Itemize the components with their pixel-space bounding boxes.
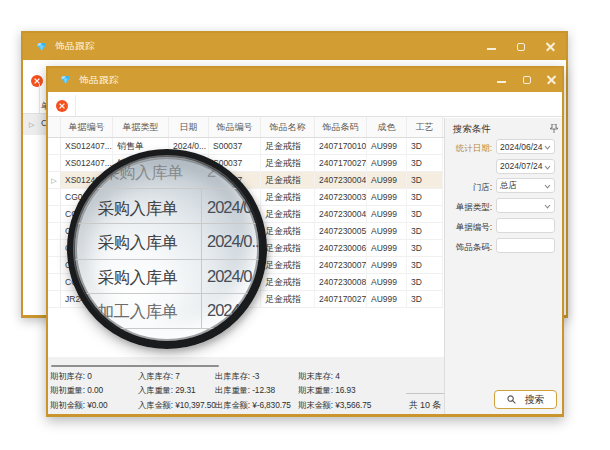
magnified-grid-line [75,188,259,189]
magnified-doc-type: 采购入库单 [98,232,178,254]
grid-header-cell[interactable]: 单据类型 [113,117,169,137]
magnified-doc-type: 采购入库单 [103,162,183,184]
horizontal-scrollbar-thumb[interactable] [51,365,219,368]
grid-cell-barcode: 2407230005 [315,223,367,240]
magnified-grid-line [75,259,259,260]
close-icon [59,103,65,109]
grid-cell-purity: AU999 [367,138,407,155]
grid-cell-barcode: 2407230007 [315,257,367,274]
grid-cell-barcode: 2407230004 [315,172,367,189]
inner-close-button[interactable] [539,68,564,92]
outer-row-expander-icon[interactable]: ▷ [29,121,34,128]
grid-header-cell[interactable]: 工艺 [407,117,443,137]
summary-item: 期末金额: ¥3,566.75 [298,400,371,411]
summary-label: 入库库存: [138,371,175,381]
summary-row: 期初重量: 0.00入库重量: 29.31出库重量: -12.38期末重量: 1… [48,385,444,397]
tab-close-button[interactable] [56,100,68,112]
row-indicator-cell [48,223,61,240]
field-label: 单据编号: [445,222,492,234]
row-expander-icon[interactable]: ▷ [51,177,56,184]
summary-item: 期初库存: 0 [50,371,92,382]
app-diamond-icon [61,76,70,84]
magnified-grid-line [75,223,259,224]
combo-stat-date-from[interactable]: 2024/06/24 [496,139,555,154]
grid-header-cell[interactable] [48,117,61,137]
grid-cell-purity: AU999 [367,274,407,291]
row-indicator-cell [48,240,61,257]
grid-cell-craft: 3D [407,138,443,155]
grid-header-cell[interactable]: 饰品编号 [209,117,261,137]
grid-header-cell[interactable]: 饰品条码 [315,117,367,137]
table-row[interactable]: XS012407...销售单2024/0...S00037足金戒指2407170… [48,138,444,155]
inner-window-title: 饰品跟踪 [79,74,119,87]
summary-label: 入库金额: [138,400,175,410]
outer-maximize-button[interactable] [506,33,536,60]
grid-cell-item_name: 足金戒指 [261,257,315,274]
summary-label: 出库金额: [215,400,252,410]
summary-value: 0.00 [87,385,103,395]
magnified-doc-type: 加工入库单 [98,301,178,323]
grid-cell-purity: AU999 [367,172,407,189]
summary-label: 期初库存: [50,371,87,381]
magnified-doc-type: 采购入库单 [98,198,178,220]
chevron-down-icon [544,204,551,209]
grid-cell-craft: 3D [407,240,443,257]
magnified-date: 2024/0.. [207,232,259,251]
grid-cell-craft: 3D [407,172,443,189]
grid-cell-barcode: 2407170027 [315,291,367,308]
grid-cell-barcode: 2407230004 [315,206,367,223]
grid-header-cell[interactable]: 单据编号 [61,117,113,137]
magnified-date: 2024 [207,301,240,320]
magnified-grid-line [75,293,259,294]
inner-maximize-button[interactable] [514,68,539,92]
outer-close-button[interactable] [536,33,566,60]
summary-item: 期末重量: 16.93 [298,385,355,396]
combo-doc-type[interactable] [496,198,555,213]
field-label: 饰品条码: [445,242,492,254]
inner-titlebar[interactable]: 饰品跟踪 [48,68,562,92]
field-label: 门店: [445,182,492,194]
grid-area: 单据编号单据类型日期饰品编号饰品名称饰品条码成色工艺 XS012407...销售… [48,117,562,414]
chevron-down-icon [544,165,551,170]
chevron-down-icon [544,184,551,189]
search-icon [507,395,516,404]
row-indicator-cell [48,155,61,172]
search-panel: 搜索条件 统计日期:2024/06/242024/07/24门店:总店单据类型:… [444,118,562,414]
search-button[interactable]: 搜索 [494,390,557,409]
input-barcode[interactable] [496,238,555,253]
combo-store[interactable]: 总店 [496,178,555,193]
pin-icon[interactable] [550,124,558,133]
grid-cell-purity: AU999 [367,189,407,206]
input-doc-no[interactable] [496,218,555,233]
outer-minimize-button[interactable] [477,33,507,60]
summary-label: 期初重量: [50,385,87,395]
grid-header-cell[interactable]: 日期 [169,117,209,137]
summary-value: 16.93 [335,385,355,395]
grid-cell-item_name: 足金戒指 [261,223,315,240]
grid-cell-item_name: 足金戒指 [261,138,315,155]
search-panel-title: 搜索条件 [453,123,491,136]
grid-cell-barcode: 2407230008 [315,274,367,291]
summary-item: 入库库存: 7 [138,371,180,382]
minimize-icon [497,81,506,83]
inner-minimize-button[interactable] [489,68,514,92]
magnifier-loupe[interactable]: 采购入库单2采购入库单2024/0采购入库单2024/0..采购入库单2024/… [67,149,267,349]
close-icon [546,42,555,51]
summary-value: 0 [87,371,92,381]
grid-cell-item_name: 足金戒指 [261,189,315,206]
summary-item: 出库金额: ¥-6,830.75 [215,400,291,411]
summary-item: 期末库存: 4 [298,371,340,382]
summary-value: ¥-6,830.75 [252,400,291,410]
row-indicator-cell: ▷ [48,172,61,189]
grid-cell-purity: AU999 [367,240,407,257]
outer-titlebar[interactable]: 饰品跟踪 [23,33,566,60]
combo-stat-date-to[interactable]: 2024/07/24 [496,159,555,174]
grid-header-cell[interactable]: 饰品名称 [261,117,315,137]
summary-item: 出库库存: -3 [215,371,259,382]
row-indicator-cell [48,274,61,291]
outer-tab-close-button[interactable] [31,75,43,87]
summary-value: ¥10,397.50 [175,400,216,410]
grid-cell-craft: 3D [407,206,443,223]
grid-header-cell[interactable]: 成色 [367,117,407,137]
magnified-date: 2024/0 [207,198,251,217]
